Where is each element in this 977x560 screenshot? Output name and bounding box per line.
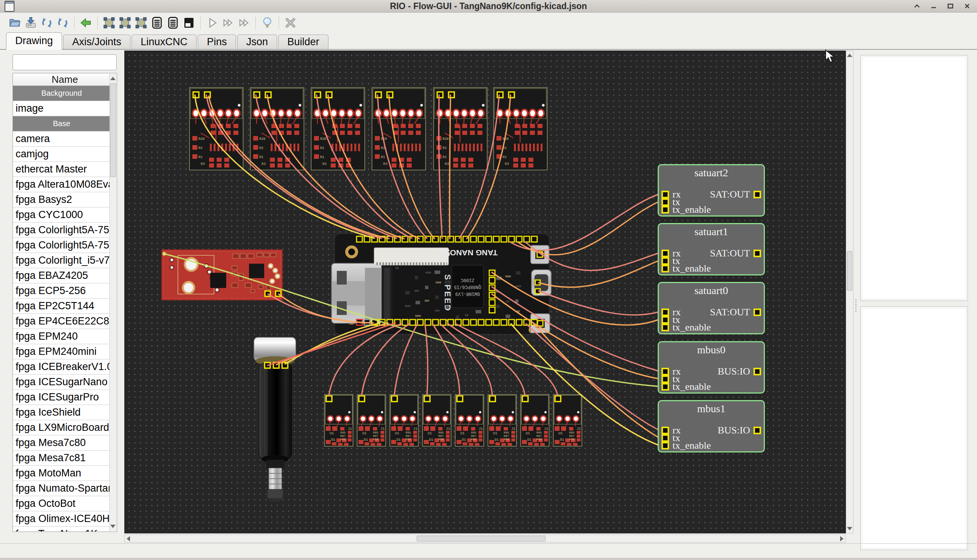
input-port-tx[interactable] (661, 257, 669, 265)
save-file-icon[interactable] (23, 15, 39, 31)
view-list-2-icon[interactable] (165, 15, 181, 31)
component-list-item[interactable]: fpga EPM240mini (13, 344, 110, 359)
input-port-rx[interactable] (661, 308, 669, 316)
run-fast-icon[interactable] (220, 15, 236, 31)
component-list-item[interactable]: camjog (13, 147, 110, 162)
input-port-tx-enable[interactable] (661, 324, 669, 331)
net-node-icon[interactable] (101, 15, 117, 31)
input-port-rx[interactable] (661, 427, 669, 434)
flow-canvas[interactable]: R28 R2 R1 R3 (124, 50, 846, 533)
tab-item[interactable]: Axis/Joints (63, 35, 130, 49)
component-list-item[interactable]: Background (13, 86, 110, 101)
component-label: fpga ICEBreakerV1.0e (16, 361, 110, 373)
component-list-item[interactable]: fpga IceShield (13, 405, 110, 420)
component-list-item[interactable]: fpga EP2C5T144 (13, 298, 110, 314)
output-port[interactable] (753, 308, 761, 316)
back-arrow-icon[interactable] (78, 15, 94, 31)
run-faster-icon[interactable] (236, 15, 252, 31)
component-list-item[interactable]: fpga EP4CE6E22C8 (13, 314, 110, 329)
input-port-tx[interactable] (661, 198, 669, 206)
component-list-item[interactable]: fpga OctoBot (13, 496, 110, 512)
svg-text:2100C: 2100C (461, 277, 474, 283)
panel-splitter-handle[interactable] (855, 299, 857, 312)
net-node-2-icon[interactable] (117, 15, 133, 31)
input-port-tx[interactable] (661, 316, 669, 324)
node-mbus1[interactable]: mbus1 rx tx tx_enable BUS:IO (658, 400, 765, 452)
input-port-rx[interactable] (661, 250, 669, 257)
component-list-item[interactable]: fpga Colorlight5A-75B-v8.0 (13, 223, 110, 238)
component-list-item[interactable]: image (13, 101, 110, 116)
component-list-item[interactable]: fpga ECP5-256 (13, 283, 110, 298)
view-window-icon[interactable] (181, 15, 197, 31)
component-list-item[interactable]: fpga Basys2 (13, 192, 110, 207)
input-port-rx[interactable] (661, 191, 669, 198)
input-port-tx-enable[interactable] (661, 206, 669, 213)
output-port[interactable] (753, 427, 761, 434)
component-list-item[interactable]: fpga Numato-Spartan6 (13, 481, 110, 496)
component-list-item[interactable]: camera (13, 132, 110, 147)
view-list-icon[interactable] (149, 15, 165, 31)
component-list-item[interactable]: fpga Altera10M08Eval (13, 177, 110, 192)
refresh-icon[interactable] (39, 15, 55, 31)
input-port-tx-enable[interactable] (661, 442, 669, 450)
tab-item[interactable]: Pins (198, 35, 236, 49)
output-port[interactable] (753, 250, 761, 257)
maximize-button[interactable] (947, 2, 954, 10)
node-title: mbus0 (659, 344, 764, 356)
component-list-item[interactable]: fpga LX9MicroBoard (13, 420, 110, 435)
tab-item[interactable]: Builder (278, 35, 329, 49)
canvas-vscrollbar-thumb[interactable] (847, 251, 852, 291)
open-file-icon[interactable] (7, 15, 23, 31)
component-list-item[interactable]: fpga TangNano1K (13, 527, 110, 532)
exit-icon[interactable] (282, 15, 299, 31)
output-port[interactable] (753, 191, 761, 198)
input-port-rx[interactable] (661, 368, 669, 375)
fpga-board-photo[interactable]: GW1NR-LV9 QN88PC6/I5 2100C TANG NANO 9K … (331, 233, 551, 334)
component-list-item[interactable]: fpga Colorlight_i5-v7_0 (13, 253, 110, 268)
node-satuart0[interactable]: satuart0 rx tx tx_enable SAT:OUT (658, 282, 765, 334)
close-button[interactable] (963, 2, 971, 10)
tab-item[interactable]: LinuxCNC (132, 35, 197, 49)
shade-button[interactable] (913, 2, 921, 10)
sidebar-scrollbar-thumb[interactable] (110, 83, 116, 177)
component-list-item[interactable]: fpga EBAZ4205 (13, 268, 110, 283)
input-port-tx-enable[interactable] (661, 265, 669, 272)
node-mbus0[interactable]: mbus0 rx tx tx_enable BUS:IO (658, 341, 765, 393)
component-list-item[interactable]: ethercat Master (13, 162, 110, 177)
component-list-item[interactable]: fpga MotoMan (13, 466, 110, 481)
net-node-3-icon[interactable] (133, 15, 149, 31)
node-satuart2[interactable]: satuart2 rx tx tx_enable SAT:OUT (658, 164, 765, 217)
search-input[interactable] (13, 54, 117, 70)
component-list-item[interactable]: fpga ICEBreakerV1.0e (13, 359, 110, 375)
output-label: BUS:IO (718, 426, 750, 435)
component-list-item[interactable]: fpga Olimex-ICE40HX8K-EVB (13, 512, 110, 527)
component-list-item[interactable]: fpga ICESugarNano (13, 375, 110, 390)
input-port-tx[interactable] (661, 434, 669, 442)
component-list-item[interactable]: Base (13, 116, 110, 132)
component-list-item[interactable]: fpga ICESugarPro (13, 390, 110, 405)
component-list-item[interactable]: fpga CYC1000 (13, 207, 110, 223)
tab-item[interactable]: Drawing (6, 32, 62, 50)
node-title: mbus1 (659, 403, 764, 415)
component-list-item[interactable]: fpga Colorlight5A-75E (13, 238, 110, 253)
output-port[interactable] (753, 368, 761, 375)
pcb-module-row-bottom[interactable] (325, 395, 582, 447)
sidebar-scrollbar[interactable] (110, 74, 116, 531)
reload-icon[interactable] (55, 15, 71, 31)
run-icon[interactable] (204, 15, 220, 31)
titlebar[interactable]: RIO - Flow-GUI - TangNano9K/config-kicad… (0, 0, 977, 13)
tab-item[interactable]: Json (237, 35, 277, 49)
component-list-item[interactable]: fpga Mesa7c81 (13, 451, 110, 466)
node-title: satuart0 (659, 285, 764, 297)
node-satuart1[interactable]: satuart1 rx tx tx_enable SAT:OUT (658, 223, 765, 275)
component-list-item[interactable]: fpga EPM240 (13, 329, 110, 344)
component-list-item[interactable]: fpga Mesa7c80 (13, 435, 110, 451)
canvas-hscrollbar-thumb[interactable] (417, 536, 546, 542)
input-port-tx-enable[interactable] (661, 383, 669, 390)
tips-bulb-icon[interactable] (259, 15, 275, 31)
minimize-button[interactable] (930, 2, 937, 10)
canvas-vscrollbar[interactable] (846, 50, 853, 533)
input-port-tx[interactable] (661, 375, 669, 383)
breakout-board-photo[interactable] (162, 250, 282, 300)
canvas-hscrollbar[interactable] (124, 535, 846, 543)
